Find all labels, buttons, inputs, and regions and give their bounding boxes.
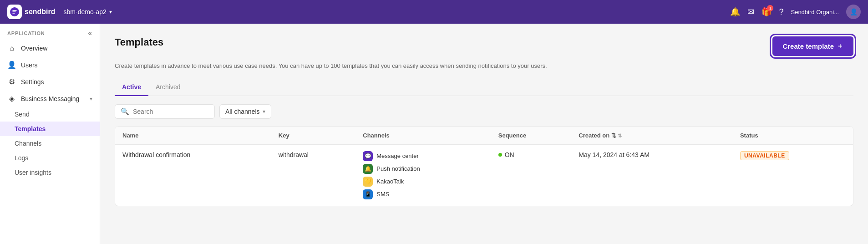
col-sequence: Sequence (491, 127, 572, 145)
sms-icon: 📱 (363, 189, 373, 199)
table-head: Name Key Channels Sequence Created on ⇅ … (115, 127, 853, 145)
channel-item-push: 🔔 Push notification (363, 164, 483, 174)
sidebar-label-templates: Templates (15, 125, 46, 132)
bell-icon[interactable]: 🔔 (730, 7, 740, 17)
main-content: Templates Create template ＋ Create templ… (100, 24, 868, 244)
templates-table: Name Key Channels Sequence Created on ⇅ … (115, 126, 853, 206)
channel-label-kakao: KakaoTalk (376, 178, 404, 185)
channel-filter-chevron-icon: ▾ (263, 108, 265, 115)
cell-channels: 💬 Message center 🔔 Push notification 💛 (355, 144, 491, 206)
sidebar-item-overview[interactable]: ⌂ Overview (0, 40, 100, 56)
sidebar-sub-item-send[interactable]: Send (0, 107, 100, 122)
sidebar-label-user-insights: User insights (15, 169, 51, 176)
col-key: Key (271, 127, 355, 145)
sequence-dot-icon (498, 153, 502, 157)
tab-archived[interactable]: Archived (148, 80, 188, 96)
app-selector[interactable]: sbm-demo-ap2 ▾ (60, 6, 116, 17)
search-input[interactable] (133, 108, 209, 115)
sidebar-label-users: Users (21, 61, 38, 69)
topbar-left: sendbird sbm-demo-ap2 ▾ (7, 5, 116, 19)
sidebar-sub-item-user-insights[interactable]: User insights (0, 165, 100, 180)
logo-text: sendbird (25, 8, 56, 16)
sidebar-collapse-btn[interactable]: « (88, 29, 92, 37)
channel-label-sms: SMS (376, 191, 389, 198)
channel-item-sms: 📱 SMS (363, 189, 483, 199)
sidebar-sub-item-channels[interactable]: Channels (0, 136, 100, 151)
topbar-right: 🔔 ✉ 🎁 1 ? Sendbird Organi... 👤 (730, 5, 861, 19)
sequence-value: ON (505, 151, 514, 158)
settings-icon: ⚙ (7, 77, 16, 86)
sequence-on: ON (498, 151, 564, 158)
cell-key: withdrawal (271, 144, 355, 206)
tab-active[interactable]: Active (115, 80, 148, 96)
push-icon: 🔔 (363, 164, 373, 174)
users-icon: 👤 (7, 61, 16, 69)
kakao-icon: 💛 (363, 177, 373, 187)
table: Name Key Channels Sequence Created on ⇅ … (115, 127, 853, 206)
logo-icon (7, 5, 22, 19)
gift-icon[interactable]: 🎁 1 (761, 7, 772, 17)
cell-status: UNAVAILABLE (733, 144, 853, 206)
create-template-label: Create template (782, 42, 834, 50)
expand-icon: ▾ (90, 96, 92, 102)
sidebar-label-settings: Settings (21, 78, 44, 86)
sidebar-sub-item-templates[interactable]: Templates (0, 122, 100, 136)
gift-badge: 1 (767, 5, 773, 11)
sidebar: APPLICATION « ⌂ Overview 👤 Users ⚙ Setti… (0, 24, 100, 244)
search-icon: 🔍 (121, 107, 129, 116)
table-row[interactable]: Withdrawal confirmation withdrawal 💬 Mes… (115, 144, 853, 206)
status-badge: UNAVAILABLE (740, 151, 789, 160)
logo: sendbird (7, 5, 56, 19)
msg-center-icon: 💬 (363, 151, 373, 161)
page-header: Templates Create template ＋ (115, 36, 853, 56)
plus-icon: ＋ (837, 42, 843, 51)
table-body: Withdrawal confirmation withdrawal 💬 Mes… (115, 144, 853, 206)
table-header-row: Name Key Channels Sequence Created on ⇅ … (115, 127, 853, 145)
layout: APPLICATION « ⌂ Overview 👤 Users ⚙ Setti… (0, 24, 868, 244)
search-box[interactable]: 🔍 (115, 104, 215, 119)
page-description: Create templates in advance to meet vari… (115, 61, 853, 71)
app-name: sbm-demo-ap2 (64, 8, 107, 15)
col-name: Name (115, 127, 271, 145)
sidebar-item-users[interactable]: 👤 Users (0, 56, 100, 73)
channel-item-kakao: 💛 KakaoTalk (363, 177, 483, 187)
sidebar-label-logs: Logs (15, 154, 28, 162)
cell-sequence: ON (491, 144, 572, 206)
channel-label-push: Push notification (376, 165, 420, 172)
channel-label-msg-center: Message center (376, 152, 419, 159)
tabs: Active Archived (115, 80, 853, 96)
sidebar-label-channels: Channels (15, 140, 41, 147)
page-title: Templates (115, 36, 163, 48)
sidebar-sub-item-logs[interactable]: Logs (0, 151, 100, 165)
col-channels: Channels (355, 127, 491, 145)
sidebar-label-overview: Overview (21, 45, 47, 52)
mail-icon[interactable]: ✉ (747, 7, 754, 17)
cell-created-on: May 14, 2024 at 6:43 AM (571, 144, 733, 206)
channel-list: 💬 Message center 🔔 Push notification 💛 (363, 151, 483, 199)
sidebar-item-business-messaging[interactable]: ◈ Business Messaging ▾ (0, 90, 100, 107)
channel-filter-dropdown[interactable]: All channels ▾ (219, 104, 271, 119)
biz-msg-icon: ◈ (7, 94, 16, 103)
channel-item-msg-center: 💬 Message center (363, 151, 483, 161)
cell-name: Withdrawal confirmation (115, 144, 271, 206)
filter-row: 🔍 All channels ▾ (115, 104, 853, 119)
org-label: Sendbird Organi... (791, 9, 839, 15)
channel-filter-label: All channels (225, 108, 260, 115)
sidebar-section-label: APPLICATION « (0, 24, 100, 40)
home-icon: ⌂ (7, 44, 16, 52)
topbar: sendbird sbm-demo-ap2 ▾ 🔔 ✉ 🎁 1 ? Sendbi… (0, 0, 868, 24)
sidebar-item-settings[interactable]: ⚙ Settings (0, 73, 100, 90)
sidebar-label-send: Send (15, 111, 30, 118)
chevron-down-icon: ▾ (109, 9, 112, 15)
sidebar-label-biz-msg: Business Messaging (21, 95, 79, 102)
create-template-button[interactable]: Create template ＋ (772, 36, 853, 56)
avatar[interactable]: 👤 (846, 5, 861, 19)
col-created-on[interactable]: Created on ⇅ (571, 127, 733, 145)
col-status: Status (733, 127, 853, 145)
help-icon[interactable]: ? (779, 7, 783, 17)
